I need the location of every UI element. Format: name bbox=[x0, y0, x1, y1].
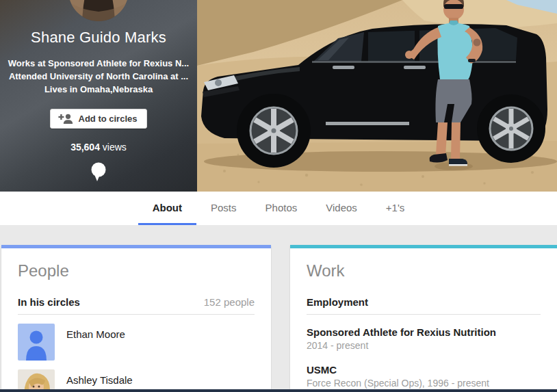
views-label: views bbox=[103, 142, 127, 153]
profile-detail-work: Works at Sponsored Athlete for Rexius N.… bbox=[0, 57, 197, 70]
add-to-circles-button[interactable]: Add to circles bbox=[50, 109, 148, 129]
profile-tabbar: About Posts Photos Videos +1's bbox=[0, 192, 557, 225]
employment-period: 2014 - present bbox=[307, 340, 541, 351]
work-card-title: Work bbox=[307, 261, 541, 280]
tab-posts[interactable]: Posts bbox=[196, 192, 251, 225]
employment-section-title: Employment bbox=[307, 296, 368, 308]
section-divider bbox=[307, 314, 541, 315]
profile-summary-panel: Shane Guido Marks Works at Sponsored Ath… bbox=[0, 0, 197, 192]
google-plus-profile-page: Shane Guido Marks Works at Sponsored Ath… bbox=[0, 0, 557, 392]
add-to-circles-label: Add to circles bbox=[79, 114, 138, 124]
work-card: Work Employment Sponsored Athlete for Re… bbox=[290, 245, 557, 392]
bottom-edge-strip bbox=[0, 389, 557, 392]
employer-name: USMC bbox=[307, 364, 541, 376]
member-name[interactable]: Ethan Moore bbox=[66, 324, 125, 361]
circle-member-row[interactable]: Ethan Moore bbox=[18, 324, 255, 361]
people-card: People In his circles 152 people Ethan M… bbox=[1, 245, 271, 392]
employment-entry: USMC Force Recon (Special Ops), 1996 - p… bbox=[307, 364, 541, 389]
views-count: 35,604 bbox=[70, 142, 100, 153]
employment-entry: Sponsored Athlete for Rexius Nutrition 2… bbox=[307, 326, 541, 351]
circles-people-count: 152 people bbox=[204, 296, 255, 308]
comment-pin-icon[interactable] bbox=[0, 162, 197, 185]
tab-about[interactable]: About bbox=[138, 192, 196, 225]
cover-photo-illustration bbox=[197, 0, 557, 192]
person-add-icon bbox=[58, 114, 73, 124]
employer-name: Sponsored Athlete for Rexius Nutrition bbox=[307, 326, 541, 338]
profile-details: Works at Sponsored Athlete for Rexius N.… bbox=[0, 57, 197, 96]
circles-section-title: In his circles bbox=[18, 296, 80, 308]
profile-detail-education: Attended University of North Carolina at… bbox=[0, 70, 197, 83]
tab-photos[interactable]: Photos bbox=[251, 192, 312, 225]
section-divider bbox=[18, 314, 255, 315]
profile-header: Shane Guido Marks Works at Sponsored Ath… bbox=[0, 0, 557, 192]
about-content: People In his circles 152 people Ethan M… bbox=[0, 225, 557, 392]
people-card-title: People bbox=[18, 261, 255, 280]
profile-detail-location: Lives in Omaha,Nebraska bbox=[0, 83, 197, 96]
tab-videos[interactable]: Videos bbox=[311, 192, 372, 225]
tab-plus-ones[interactable]: +1's bbox=[372, 192, 419, 225]
member-avatar-default-silhouette[interactable] bbox=[18, 324, 55, 361]
profile-views: 35,604 views bbox=[0, 142, 197, 153]
profile-name: Shane Guido Marks bbox=[0, 29, 197, 47]
cover-photo[interactable] bbox=[197, 0, 557, 192]
circles-section-header: In his circles 152 people bbox=[18, 296, 255, 308]
employment-period: Force Recon (Special Ops), 1996 - presen… bbox=[307, 378, 541, 389]
employment-section-header: Employment bbox=[307, 296, 541, 308]
